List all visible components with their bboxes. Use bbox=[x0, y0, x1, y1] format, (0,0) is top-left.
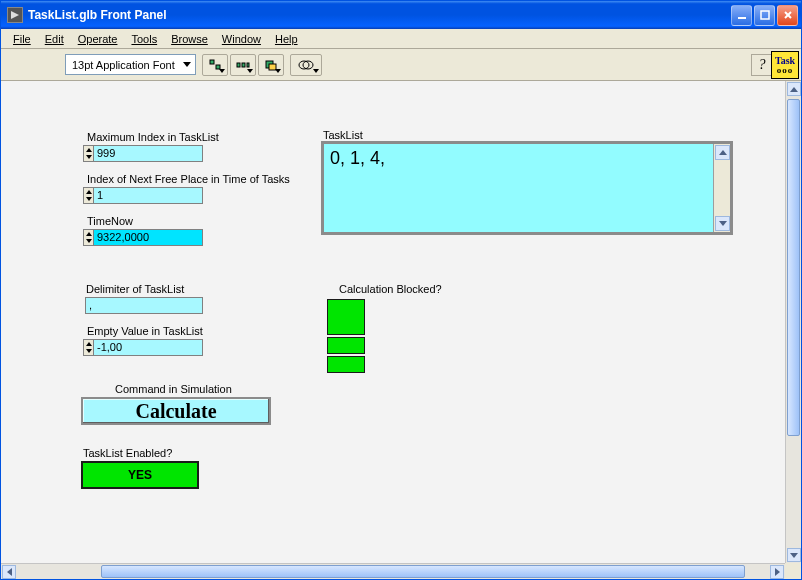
vertical-scrollbar[interactable] bbox=[785, 81, 801, 563]
next-free-value[interactable]: 1 bbox=[93, 187, 203, 204]
time-now-field[interactable]: 9322,0000 bbox=[83, 229, 203, 246]
label-empty-value: Empty Value in TaskList bbox=[87, 325, 203, 337]
toolbar: 13pt Application Font ? Task ooo bbox=[1, 49, 801, 81]
font-selector[interactable]: 13pt Application Font bbox=[65, 54, 196, 75]
svg-marker-0 bbox=[11, 11, 19, 19]
scrollbar-thumb[interactable] bbox=[101, 565, 745, 578]
max-index-field[interactable]: 999 bbox=[83, 145, 203, 162]
label-tasklist-enabled: TaskList Enabled? bbox=[83, 447, 172, 459]
calc-blocked-indicator-2 bbox=[327, 337, 365, 354]
front-panel-canvas: Maximum Index in TaskList 999 Index of N… bbox=[1, 81, 785, 563]
calculate-button[interactable]: Calculate bbox=[81, 397, 271, 425]
svg-marker-17 bbox=[86, 197, 92, 201]
stepper-icon[interactable] bbox=[83, 339, 93, 356]
stepper-icon[interactable] bbox=[83, 145, 93, 162]
label-time-now: TimeNow bbox=[87, 215, 133, 227]
maximize-button[interactable] bbox=[754, 5, 775, 26]
menu-help[interactable]: Help bbox=[269, 31, 304, 47]
menubar: File Edit Operate Tools Browse Window He… bbox=[1, 29, 801, 49]
tasklist-text[interactable]: 0, 1, 4, bbox=[324, 144, 713, 232]
empty-value-field[interactable]: -1,00 bbox=[83, 339, 203, 356]
resize-corner bbox=[785, 563, 801, 579]
delimiter-field[interactable]: , bbox=[85, 297, 203, 314]
chevron-down-icon bbox=[183, 62, 191, 67]
menu-edit[interactable]: Edit bbox=[39, 31, 70, 47]
label-delimiter: Delimiter of TaskList bbox=[86, 283, 184, 295]
titlebar: TaskList.glb Front Panel bbox=[1, 1, 801, 29]
scroll-left-icon[interactable] bbox=[2, 565, 16, 579]
minimize-button[interactable] bbox=[731, 5, 752, 26]
calc-blocked-indicator-1 bbox=[327, 299, 365, 335]
window-title: TaskList.glb Front Panel bbox=[28, 8, 731, 22]
svg-rect-9 bbox=[247, 63, 249, 67]
scroll-up-icon[interactable] bbox=[715, 145, 730, 160]
tasklist-textbox[interactable]: 0, 1, 4, bbox=[321, 141, 733, 235]
stepper-icon[interactable] bbox=[83, 229, 93, 246]
stepper-icon[interactable] bbox=[83, 187, 93, 204]
window-frame: TaskList.glb Front Panel File Edit Opera… bbox=[0, 0, 802, 580]
empty-value-value[interactable]: -1,00 bbox=[93, 339, 203, 356]
svg-marker-16 bbox=[86, 190, 92, 194]
label-command-sim: Command in Simulation bbox=[115, 383, 232, 395]
label-calc-blocked: Calculation Blocked? bbox=[339, 283, 442, 295]
menu-file[interactable]: File bbox=[7, 31, 37, 47]
scroll-down-icon[interactable] bbox=[715, 216, 730, 231]
horizontal-scrollbar[interactable] bbox=[1, 563, 785, 579]
label-tasklist: TaskList bbox=[323, 129, 363, 141]
label-max-index: Maximum Index in TaskList bbox=[87, 131, 219, 143]
window-buttons bbox=[731, 5, 798, 26]
svg-rect-5 bbox=[210, 60, 214, 64]
svg-marker-18 bbox=[86, 232, 92, 236]
svg-rect-8 bbox=[242, 63, 245, 67]
svg-rect-1 bbox=[738, 17, 746, 19]
max-index-value[interactable]: 999 bbox=[93, 145, 203, 162]
menu-window[interactable]: Window bbox=[216, 31, 267, 47]
svg-marker-14 bbox=[86, 148, 92, 152]
svg-marker-21 bbox=[86, 349, 92, 353]
next-free-field[interactable]: 1 bbox=[83, 187, 203, 204]
reorder-button[interactable] bbox=[258, 54, 284, 76]
calc-blocked-indicator-3 bbox=[327, 356, 365, 373]
distribute-button[interactable] bbox=[230, 54, 256, 76]
labview-icon bbox=[7, 7, 23, 23]
label-next-free: Index of Next Free Place in Time of Task… bbox=[87, 173, 290, 185]
scrollbar-thumb[interactable] bbox=[787, 99, 800, 436]
align-button[interactable] bbox=[202, 54, 228, 76]
svg-rect-2 bbox=[761, 11, 769, 19]
menu-browse[interactable]: Browse bbox=[165, 31, 214, 47]
scroll-up-icon[interactable] bbox=[787, 82, 801, 96]
svg-marker-15 bbox=[86, 155, 92, 159]
search-button[interactable] bbox=[290, 54, 322, 76]
menu-tools[interactable]: Tools bbox=[125, 31, 163, 47]
task-icon-tile[interactable]: Task ooo bbox=[771, 51, 799, 79]
time-now-value[interactable]: 9322,0000 bbox=[93, 229, 203, 246]
svg-marker-20 bbox=[86, 342, 92, 346]
help-button[interactable]: ? bbox=[751, 54, 773, 76]
tasklist-enabled-button[interactable]: YES bbox=[81, 461, 199, 489]
tasklist-scrollbar[interactable] bbox=[713, 144, 730, 232]
scroll-right-icon[interactable] bbox=[770, 565, 784, 579]
delimiter-value[interactable]: , bbox=[85, 297, 203, 314]
toolbar-align-group bbox=[202, 54, 284, 76]
svg-marker-19 bbox=[86, 239, 92, 243]
font-selector-label: 13pt Application Font bbox=[72, 59, 175, 71]
menu-operate[interactable]: Operate bbox=[72, 31, 124, 47]
svg-rect-7 bbox=[237, 63, 240, 67]
scroll-down-icon[interactable] bbox=[787, 548, 801, 562]
close-button[interactable] bbox=[777, 5, 798, 26]
